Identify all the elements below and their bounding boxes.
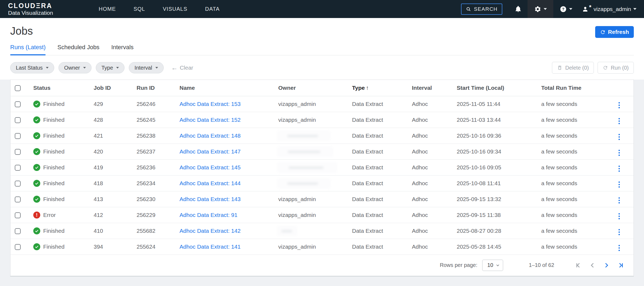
redacted-owner [278, 227, 296, 235]
table-row: ! Finished 421 256238 Adhoc Data Extract… [10, 128, 634, 144]
row-checkbox[interactable] [15, 149, 21, 155]
tab-scheduled-jobs[interactable]: Scheduled Jobs [57, 44, 100, 55]
interval-cell: Adhoc [410, 112, 455, 128]
row-actions-kebab-icon[interactable] [616, 180, 622, 189]
row-actions-kebab-icon[interactable] [616, 101, 622, 109]
row-actions-kebab-icon[interactable] [616, 244, 622, 252]
first-page-button[interactable] [575, 261, 583, 269]
tab-intervals[interactable]: Intervals [111, 44, 134, 55]
rows-per-page-select[interactable]: 10 [482, 260, 503, 271]
run-selected-button[interactable]: Run (0) [598, 62, 634, 74]
job-name-link[interactable]: Adhoc Data Extract: 143 [180, 196, 241, 202]
nav-item-data[interactable]: DATA [205, 6, 219, 12]
run-label: Run (0) [611, 65, 629, 71]
job-name-link[interactable]: Adhoc Data Extract: 147 [180, 148, 241, 155]
nav-item-visuals[interactable]: VISUALS [163, 6, 187, 12]
job-name-link[interactable]: Adhoc Data Extract: 145 [180, 164, 241, 170]
job-name-link[interactable]: Adhoc Data Extract: 152 [180, 117, 241, 123]
row-actions-kebab-icon[interactable] [616, 165, 622, 173]
header-run-id[interactable]: Run ID [134, 80, 177, 96]
table-row: ! Error 412 256229 Adhoc Data Extract: 9… [10, 207, 634, 223]
chevron-down-icon [544, 8, 547, 10]
owner-cell: vizapps_admin [276, 207, 350, 223]
interval-cell: Adhoc [410, 223, 455, 239]
run-id-cell: 256234 [134, 175, 177, 191]
header-owner[interactable]: Owner [276, 80, 350, 96]
job-id-cell: 421 [92, 128, 134, 144]
redacted-owner [278, 179, 329, 187]
header-name[interactable]: Name [177, 80, 276, 96]
table-header-row: Status Job ID Run ID Name Owner Type↑ In… [10, 80, 634, 96]
owner-cell: vizapps_admin [276, 112, 350, 128]
next-page-button[interactable] [602, 261, 610, 269]
header-total-run-time[interactable]: Total Run Time [539, 80, 614, 96]
row-actions-kebab-icon[interactable] [616, 133, 622, 141]
nav-item-sql[interactable]: SQL [134, 6, 145, 12]
job-id-cell: 429 [92, 96, 134, 112]
total-run-time-cell: a few seconds [539, 159, 614, 175]
row-actions-kebab-icon[interactable] [616, 196, 622, 205]
table-row: ! Finished 418 256234 Adhoc Data Extract… [10, 175, 634, 191]
last-page-button[interactable] [616, 261, 624, 269]
header-start-time[interactable]: Start Time (Local) [455, 80, 539, 96]
search-button[interactable]: SEARCH [461, 3, 502, 15]
filter-owner[interactable]: Owner [58, 62, 92, 73]
header-actions [614, 80, 634, 96]
help-menu-button[interactable]: ? [560, 6, 572, 13]
row-checkbox[interactable] [15, 228, 21, 234]
status-label: Finished [43, 228, 64, 234]
type-cell: Data Extract [350, 159, 410, 175]
previous-page-button[interactable] [588, 261, 597, 269]
jobs-table-card: Status Job ID Run ID Name Owner Type↑ In… [10, 80, 634, 277]
row-actions-kebab-icon[interactable] [616, 228, 622, 236]
job-name-link[interactable]: Adhoc Data Extract: 153 [180, 101, 241, 107]
clear-filters-link[interactable]: ← Clear [171, 65, 193, 71]
owner-cell: vizapps_admin [276, 239, 350, 255]
type-cell: Data Extract [350, 207, 410, 223]
table-row: ! Finished 429 256246 Adhoc Data Extract… [10, 96, 634, 112]
row-actions-kebab-icon[interactable] [616, 117, 622, 125]
job-name-link[interactable]: Adhoc Data Extract: 144 [180, 180, 241, 186]
row-checkbox[interactable] [15, 244, 21, 250]
tab-runs-latest[interactable]: Runs (Latest) [10, 44, 46, 55]
user-menu-button[interactable]: * vizapps_admin [582, 6, 636, 12]
header-job-id[interactable]: Job ID [92, 80, 134, 96]
filter-type[interactable]: Type [96, 62, 125, 73]
notifications-button[interactable] [515, 6, 522, 13]
filter-last-status[interactable]: Last Status [10, 62, 54, 73]
job-name-link[interactable]: Adhoc Data Extract: 148 [180, 133, 241, 139]
status-label: Finished [43, 196, 64, 202]
row-checkbox[interactable] [15, 196, 21, 202]
refresh-icon [600, 29, 606, 35]
row-actions-kebab-icon[interactable] [616, 149, 622, 157]
chevron-down-icon [633, 8, 636, 10]
row-checkbox[interactable] [15, 181, 21, 187]
filter-interval[interactable]: Interval [129, 62, 164, 73]
select-all-checkbox[interactable] [15, 85, 21, 91]
header-status[interactable]: Status [31, 80, 92, 96]
row-checkbox[interactable] [15, 117, 21, 123]
run-id-cell: 256246 [134, 96, 177, 112]
job-name-link[interactable]: Adhoc Data Extract: 91 [180, 212, 237, 218]
row-checkbox[interactable] [15, 212, 21, 218]
row-checkbox[interactable] [15, 165, 21, 171]
total-run-time-cell: a few seconds [539, 112, 614, 128]
type-cell: Data Extract [350, 96, 410, 112]
settings-menu-button[interactable] [528, 0, 553, 18]
job-id-cell: 412 [92, 207, 134, 223]
nav-item-home[interactable]: HOME [99, 6, 116, 12]
type-cell: Data Extract [350, 112, 410, 128]
chevron-down-icon [155, 67, 158, 69]
status-icon: ! [33, 212, 40, 219]
delete-selected-button[interactable]: Delete (0) [552, 62, 594, 74]
row-actions-kebab-icon[interactable] [616, 212, 622, 220]
refresh-button[interactable]: Refresh [595, 26, 634, 38]
row-checkbox[interactable] [15, 133, 21, 139]
header-type[interactable]: Type↑ [350, 80, 410, 96]
job-name-link[interactable]: Adhoc Data Extract: 142 [180, 228, 241, 234]
run-id-cell: 255682 [134, 223, 177, 239]
brand-logo[interactable]: CLOUDΞRA Data Visualization [8, 2, 53, 16]
job-name-link[interactable]: Adhoc Data Extract: 141 [180, 244, 241, 250]
row-checkbox[interactable] [15, 101, 21, 107]
header-interval[interactable]: Interval [410, 80, 455, 96]
